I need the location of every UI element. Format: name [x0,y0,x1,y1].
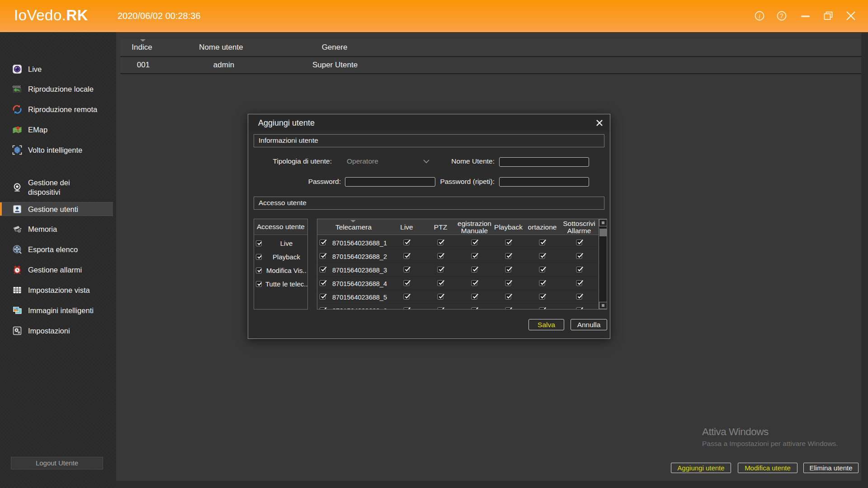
svg-text:?: ? [780,12,783,19]
svg-text:i: i [759,13,760,20]
